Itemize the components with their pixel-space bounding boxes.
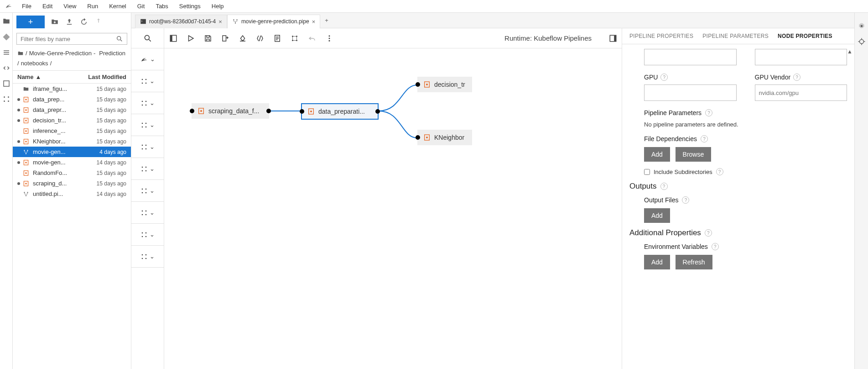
- file-browser-icon[interactable]: [2, 17, 10, 26]
- file-row[interactable]: RandomFo...15 days ago: [13, 168, 131, 178]
- tab-terminal[interactable]: root@ws-8236d0d7-b145-4 ×: [135, 15, 227, 28]
- clear-icon[interactable]: [238, 34, 247, 43]
- new-folder-icon[interactable]: [50, 17, 59, 26]
- help-icon[interactable]: ?: [712, 243, 719, 250]
- doc-icon[interactable]: [273, 34, 282, 43]
- tab-pipeline[interactable]: movie-genre-prediction.pipe ×: [227, 15, 320, 28]
- menu-help[interactable]: Help: [206, 0, 229, 12]
- breadcrumb[interactable]: / Movie-Genre-Prediction- Prediction / n…: [13, 47, 131, 70]
- include-subdirs-checkbox[interactable]: [644, 169, 650, 175]
- file-row[interactable]: data_prep...15 days ago: [13, 94, 131, 105]
- tab-node-properties[interactable]: NODE PROPERTIES: [778, 33, 832, 39]
- menu-git[interactable]: Git: [132, 0, 151, 12]
- undo-icon[interactable]: [307, 34, 317, 43]
- add-output-button[interactable]: Add: [644, 208, 670, 223]
- toc-icon[interactable]: [2, 48, 10, 57]
- components-icon[interactable]: [2, 95, 10, 103]
- pipeline-node[interactable]: scraping_data_f...: [192, 103, 269, 119]
- cpu-input[interactable]: [644, 49, 737, 65]
- right-rail: [854, 13, 868, 369]
- memory-input[interactable]: [755, 49, 847, 65]
- palette-search-icon[interactable]: [131, 28, 164, 48]
- help-icon[interactable]: ?: [682, 196, 689, 204]
- filter-files-input[interactable]: [21, 36, 116, 42]
- menu-settings[interactable]: Settings: [174, 0, 206, 12]
- help-icon[interactable]: ?: [660, 183, 668, 190]
- help-icon[interactable]: ?: [793, 74, 800, 81]
- palette-category[interactable]: ⌄: [131, 180, 164, 202]
- pipeline-node[interactable]: KNeighbor: [417, 130, 472, 145]
- menu-kernel[interactable]: Kernel: [104, 0, 132, 12]
- name-column-header[interactable]: Name: [17, 74, 33, 80]
- toggle-palette-icon[interactable]: [169, 34, 178, 43]
- file-row[interactable]: untitled.pi...14 days ago: [13, 189, 131, 199]
- palette-category[interactable]: ⌄: [131, 92, 164, 114]
- palette-category-elyra[interactable]: ⌄: [131, 48, 164, 70]
- breadcrumb-part[interactable]: notebooks: [21, 59, 48, 68]
- refresh-env-button[interactable]: Refresh: [676, 255, 712, 269]
- menu-file[interactable]: File: [16, 0, 37, 12]
- snippet-icon[interactable]: [255, 34, 265, 43]
- help-icon[interactable]: ?: [660, 74, 668, 81]
- add-tab-button[interactable]: +: [320, 17, 333, 24]
- file-row[interactable]: movie-gen...4 days ago: [13, 147, 131, 157]
- file-row[interactable]: iframe_figu...15 days ago: [13, 84, 131, 94]
- runtime-icon[interactable]: [2, 79, 10, 88]
- file-row[interactable]: decision_tr...15 days ago: [13, 115, 131, 126]
- help-icon[interactable]: ?: [705, 229, 712, 237]
- svg-point-50: [146, 166, 147, 168]
- file-row[interactable]: KNeighbor...15 days ago: [13, 136, 131, 147]
- debug-icon[interactable]: [858, 37, 866, 46]
- svg-point-47: [142, 148, 143, 149]
- tab-pipeline-properties[interactable]: PIPELINE PROPERTIES: [629, 33, 693, 39]
- browse-button[interactable]: Browse: [676, 147, 712, 162]
- help-icon[interactable]: ?: [701, 135, 708, 142]
- palette-category[interactable]: ⌄: [131, 114, 164, 136]
- git-icon[interactable]: [2, 33, 10, 41]
- close-icon[interactable]: ×: [218, 18, 222, 25]
- file-row[interactable]: inference_...15 days ago: [13, 126, 131, 136]
- menu-run[interactable]: Run: [82, 0, 104, 12]
- menu-tabs[interactable]: Tabs: [150, 0, 173, 12]
- svg-point-61: [142, 232, 143, 233]
- pipeline-node[interactable]: data_preparati...: [301, 103, 379, 120]
- upload-icon[interactable]: [65, 17, 74, 26]
- palette-category[interactable]: ⌄: [131, 158, 164, 180]
- menu-view[interactable]: View: [58, 0, 82, 12]
- new-launcher-button[interactable]: +: [16, 16, 45, 28]
- tab-pipeline-parameters[interactable]: PIPELINE PARAMETERS: [702, 33, 769, 39]
- help-icon[interactable]: ?: [716, 168, 723, 175]
- file-row[interactable]: data_prepr...15 days ago: [13, 105, 131, 115]
- gpu-input[interactable]: [644, 84, 737, 101]
- toggle-panel-icon[interactable]: [609, 34, 617, 42]
- add-button[interactable]: Add: [644, 147, 670, 162]
- add-env-button[interactable]: Add: [644, 255, 670, 269]
- export-icon[interactable]: [221, 34, 230, 43]
- scroll-up-icon[interactable]: ▲: [847, 48, 852, 55]
- help-icon[interactable]: ?: [705, 109, 712, 116]
- palette-category[interactable]: ⌄: [131, 70, 164, 92]
- gpu-vendor-input[interactable]: [755, 84, 847, 101]
- pipeline-node[interactable]: decision_tr: [417, 77, 472, 92]
- palette-category[interactable]: ⌄: [131, 136, 164, 158]
- file-row[interactable]: scraping_d...15 days ago: [13, 178, 131, 189]
- refresh-icon[interactable]: [79, 17, 88, 26]
- pipeline-canvas[interactable]: scraping_data_f... data_preparati... dec…: [164, 48, 622, 369]
- palette-category[interactable]: ⌄: [131, 246, 164, 268]
- more-icon[interactable]: [325, 34, 334, 43]
- code-icon[interactable]: [2, 64, 10, 72]
- pipeline-icon: [232, 18, 239, 25]
- save-icon[interactable]: [203, 34, 213, 43]
- arrange-icon[interactable]: [290, 34, 299, 43]
- git-pull-icon[interactable]: [94, 17, 103, 26]
- close-icon[interactable]: ×: [312, 18, 316, 25]
- palette-category[interactable]: ⌄: [131, 224, 164, 246]
- breadcrumb-part[interactable]: Movie-Genre-Prediction: [29, 49, 92, 58]
- palette-category[interactable]: ⌄: [131, 202, 164, 224]
- menu-edit[interactable]: Edit: [37, 0, 58, 12]
- breadcrumb-part[interactable]: Prediction: [99, 49, 125, 58]
- file-row[interactable]: movie-gen...14 days ago: [13, 157, 131, 168]
- settings-gear-icon[interactable]: [858, 22, 866, 30]
- run-icon[interactable]: [186, 34, 195, 43]
- modified-column-header[interactable]: Last Modified: [88, 74, 126, 80]
